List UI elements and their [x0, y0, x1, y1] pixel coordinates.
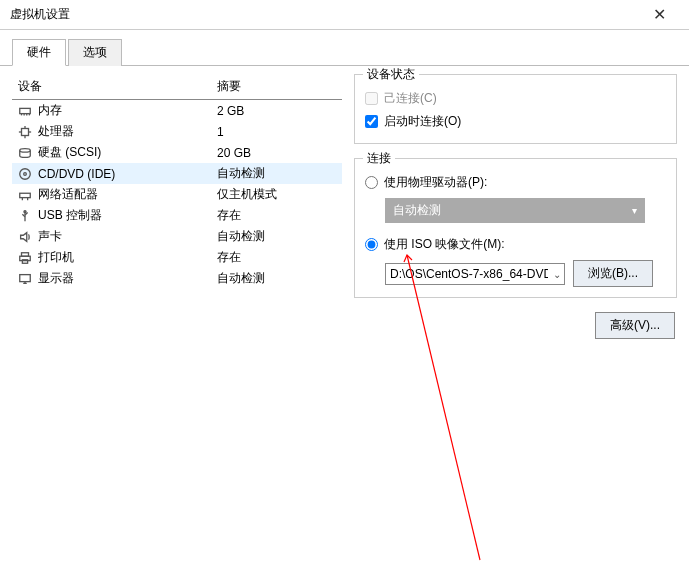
connection-legend: 连接	[363, 150, 395, 167]
tab-options[interactable]: 选项	[68, 39, 122, 66]
connect-at-power-checkbox[interactable]	[365, 115, 378, 128]
table-row[interactable]: 硬盘 (SCSI)20 GB	[12, 142, 342, 163]
advanced-button[interactable]: 高级(V)...	[595, 312, 675, 339]
close-icon[interactable]: ✕	[639, 5, 679, 24]
table-row[interactable]: USB 控制器存在	[12, 205, 342, 226]
table-row[interactable]: 网络适配器仅主机模式	[12, 184, 342, 205]
device-name: 内存	[38, 102, 62, 119]
connected-label: 己连接(C)	[384, 90, 437, 107]
titlebar: 虚拟机设置 ✕	[0, 0, 689, 30]
svg-rect-21	[20, 274, 31, 281]
connected-checkbox-row[interactable]: 己连接(C)	[365, 87, 666, 110]
device-summary: 仅主机模式	[211, 184, 342, 205]
physical-drive-combo: 自动检测 ▾	[385, 198, 645, 223]
cd-icon	[18, 167, 32, 181]
device-name: 显示器	[38, 270, 74, 287]
usb-icon	[18, 209, 32, 223]
iso-radio-row[interactable]: 使用 ISO 映像文件(M):	[365, 233, 666, 256]
device-summary: 存在	[211, 205, 342, 226]
physical-drive-radio-row[interactable]: 使用物理驱动器(P):	[365, 171, 666, 194]
device-summary: 自动检测	[211, 226, 342, 247]
device-name: 打印机	[38, 249, 74, 266]
sound-icon	[18, 230, 32, 244]
svg-rect-20	[22, 259, 27, 263]
col-device: 设备	[12, 74, 211, 100]
settings-panel: 设备状态 己连接(C) 启动时连接(O) 连接 使用物理驱动器(P): 自动检测…	[354, 74, 677, 572]
iso-radio[interactable]	[365, 238, 378, 251]
device-name: USB 控制器	[38, 207, 102, 224]
table-row[interactable]: CD/DVD (IDE)自动检测	[12, 163, 342, 184]
svg-rect-13	[20, 193, 31, 197]
device-name: 硬盘 (SCSI)	[38, 144, 101, 161]
window-title: 虚拟机设置	[10, 6, 70, 23]
device-name: 声卡	[38, 228, 62, 245]
device-list-panel: 设备 摘要 内存2 GB处理器1硬盘 (SCSI)20 GBCD/DVD (ID…	[12, 74, 342, 572]
device-name: CD/DVD (IDE)	[38, 167, 115, 181]
svg-point-10	[20, 148, 31, 152]
connected-checkbox	[365, 92, 378, 105]
table-row[interactable]: 内存2 GB	[12, 100, 342, 122]
iso-label: 使用 ISO 映像文件(M):	[384, 236, 505, 253]
table-row[interactable]: 声卡自动检测	[12, 226, 342, 247]
svg-point-11	[20, 168, 31, 179]
device-table: 设备 摘要 内存2 GB处理器1硬盘 (SCSI)20 GBCD/DVD (ID…	[12, 74, 342, 289]
svg-rect-5	[22, 128, 29, 135]
col-summary: 摘要	[211, 74, 342, 100]
printer-icon	[18, 251, 32, 265]
table-row[interactable]: 打印机存在	[12, 247, 342, 268]
connection-group: 连接 使用物理驱动器(P): 自动检测 ▾ 使用 ISO 映像文件(M): ⌄	[354, 158, 677, 298]
browse-button[interactable]: 浏览(B)...	[573, 260, 653, 287]
tab-row: 硬件 选项	[0, 30, 689, 66]
device-status-group: 设备状态 己连接(C) 启动时连接(O)	[354, 74, 677, 144]
svg-rect-0	[20, 108, 31, 113]
connect-at-power-label: 启动时连接(O)	[384, 113, 461, 130]
device-summary: 存在	[211, 247, 342, 268]
chevron-down-icon: ▾	[632, 205, 637, 216]
device-summary: 20 GB	[211, 142, 342, 163]
device-name: 网络适配器	[38, 186, 98, 203]
physical-drive-radio[interactable]	[365, 176, 378, 189]
table-row[interactable]: 处理器1	[12, 121, 342, 142]
tab-hardware[interactable]: 硬件	[12, 39, 66, 66]
device-name: 处理器	[38, 123, 74, 140]
connect-at-power-checkbox-row[interactable]: 启动时连接(O)	[365, 110, 666, 133]
disk-icon	[18, 146, 32, 160]
device-summary: 自动检测	[211, 268, 342, 289]
device-summary: 1	[211, 121, 342, 142]
physical-drive-combo-value: 自动检测	[393, 202, 441, 219]
device-status-legend: 设备状态	[363, 66, 419, 83]
network-icon	[18, 188, 32, 202]
table-row[interactable]: 显示器自动检测	[12, 268, 342, 289]
device-summary: 自动检测	[211, 163, 342, 184]
svg-point-12	[24, 172, 27, 175]
display-icon	[18, 272, 32, 286]
physical-drive-label: 使用物理驱动器(P):	[384, 174, 487, 191]
memory-icon	[18, 104, 32, 118]
iso-path-input[interactable]	[385, 263, 565, 285]
cpu-icon	[18, 125, 32, 139]
device-summary: 2 GB	[211, 100, 342, 122]
